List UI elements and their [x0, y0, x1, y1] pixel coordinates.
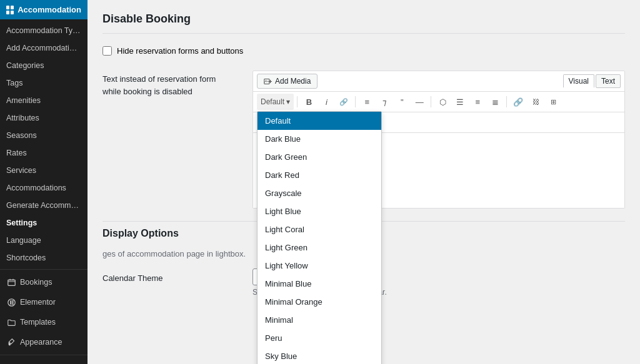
sidebar-item-accommodation-types[interactable]: Accommodation Types: [0, 22, 88, 39]
toolbar-row-1: Default ▾ Default Dark Blue Dark Green D…: [253, 92, 624, 112]
dropdown-item-minimal-orange[interactable]: Minimal Orange: [258, 293, 381, 311]
sidebar-item-attributes[interactable]: Attributes: [0, 109, 88, 127]
sidebar-item-elementor-label: Elementor: [20, 298, 56, 307]
svg-rect-7: [11, 302, 13, 303]
svg-rect-6: [11, 300, 13, 302]
theme-dropdown-menu: Default Dark Blue Dark Green Dark Red Gr…: [257, 111, 382, 364]
lightbox-hint-text: ges of accommodation page in lightbox.: [102, 249, 246, 258]
tab-text[interactable]: Text: [596, 74, 621, 88]
toolbar-sep-3: [431, 96, 431, 107]
paint-icon: [6, 337, 16, 347]
toolbar-unchain[interactable]: ⛓: [528, 94, 544, 110]
sidebar-item-tags[interactable]: Tags: [0, 74, 88, 92]
sidebar-item-templates-label: Templates: [20, 318, 56, 327]
sidebar-item-accommodations[interactable]: Accommodations: [0, 179, 88, 197]
toolbar-align-justify[interactable]: ≣: [487, 94, 503, 110]
calendar-theme-label: Calendar Theme: [102, 268, 240, 285]
dropdown-item-dark-red[interactable]: Dark Red: [258, 166, 381, 184]
sidebar-item-appearance[interactable]: Appearance: [0, 332, 88, 352]
sidebar-item-seasons[interactable]: Seasons: [0, 127, 88, 144]
svg-rect-5: [10, 300, 11, 305]
lightbox-hint: ges of accommodation page in lightbox.: [102, 249, 246, 258]
sidebar-item-language[interactable]: Language: [0, 232, 88, 249]
dropdown-item-dark-blue[interactable]: Dark Blue: [258, 130, 381, 148]
dropdown-item-sky-blue[interactable]: Sky Blue: [258, 347, 381, 364]
calendar-icon: [6, 277, 16, 287]
main-content: Disable Booking Hide reservation forms a…: [88, 0, 640, 364]
toolbar-italic[interactable]: i: [318, 94, 334, 110]
toolbar-sep-2: [355, 96, 356, 107]
sidebar-item-add-accommodation-type[interactable]: Add Accommodation Type: [0, 39, 88, 57]
svg-rect-0: [8, 280, 14, 285]
sidebar-item-settings[interactable]: Settings: [0, 214, 88, 232]
sidebar-item-shortcodes[interactable]: Shortcodes: [0, 249, 88, 267]
toolbar-blockquote[interactable]: ": [394, 94, 410, 110]
svg-rect-8: [11, 303, 13, 305]
sidebar-item-generate-accommodations[interactable]: Generate Accommodations: [0, 197, 88, 214]
sidebar-top-label: Accommodation: [18, 5, 81, 14]
sidebar-item-services[interactable]: Services: [0, 162, 88, 179]
hide-reservation-label: Hide reservation forms and buttons: [117, 46, 243, 56]
toolbar-ol[interactable]: ⁊: [376, 94, 392, 110]
sidebar-item-amenities[interactable]: Amenities: [0, 92, 88, 109]
dropdown-item-grayscale[interactable]: Grayscale: [258, 184, 381, 202]
tab-visual[interactable]: Visual: [563, 74, 594, 88]
dropdown-item-light-coral[interactable]: Light Coral: [258, 220, 381, 239]
toolbar-align-right[interactable]: ≡: [469, 94, 486, 110]
sidebar-item-bookings-label: Bookings: [20, 278, 52, 287]
editor-toolbar: Add Media Visual Text Default ▾: [252, 71, 625, 209]
toolbar-link[interactable]: 🔗: [336, 94, 352, 110]
sidebar-item-rates[interactable]: Rates: [0, 144, 88, 162]
sidebar-item-bookings[interactable]: Bookings: [0, 272, 88, 292]
dropdown-item-minimal[interactable]: Minimal: [258, 311, 381, 329]
sidebar-bottom-section: Bookings Elementor Templates Appearance: [0, 270, 88, 355]
dropdown-item-light-blue[interactable]: Light Blue: [258, 202, 381, 220]
theme-dropdown-container: Default ▾ Default Dark Blue Dark Green D…: [257, 94, 294, 110]
folder-icon: [6, 317, 16, 327]
toolbar-align-center[interactable]: ☰: [452, 94, 468, 110]
hide-reservation-checkbox-area: Hide reservation forms and buttons: [102, 44, 243, 58]
dropdown-item-default[interactable]: Default: [258, 112, 381, 130]
sidebar: Accommodation Accommodation Types Add Ac…: [0, 0, 88, 364]
toolbar-chain[interactable]: 🔗: [510, 94, 526, 110]
toolbar-bold[interactable]: B: [301, 94, 317, 110]
sidebar-item-categories[interactable]: Categories: [0, 57, 88, 74]
add-media-label: Add Media: [275, 77, 311, 86]
grid-icon: [6, 6, 14, 14]
editor-top-bar: Add Media Visual Text: [253, 71, 624, 92]
add-media-area: Add Media: [257, 74, 318, 89]
theme-dropdown-trigger[interactable]: Default ▾: [257, 94, 294, 110]
dropdown-item-light-green[interactable]: Light Green: [258, 239, 381, 257]
toolbar-sep-1: [297, 96, 298, 107]
toolbar-ul[interactable]: ≡: [359, 94, 375, 110]
sidebar-item-templates[interactable]: Templates: [0, 312, 88, 332]
text-instead-row: Text instead of reservation formwhile bo…: [102, 71, 625, 209]
disable-booking-title: Disable Booking: [102, 12, 625, 34]
add-media-button[interactable]: Add Media: [257, 74, 318, 89]
toolbar-sep-4: [506, 96, 507, 107]
sidebar-top-item-accommodation[interactable]: Accommodation: [0, 0, 88, 19]
elementor-icon: [6, 297, 16, 307]
hide-reservation-checkbox[interactable]: [102, 46, 112, 56]
hide-reservation-row: Hide reservation forms and buttons: [102, 44, 625, 58]
dropdown-item-peru[interactable]: Peru: [258, 329, 381, 347]
dropdown-item-light-yellow[interactable]: Light Yellow: [258, 257, 381, 275]
dropdown-item-minimal-blue[interactable]: Minimal Blue: [258, 275, 381, 293]
text-instead-label: Text instead of reservation formwhile bo…: [102, 71, 240, 97]
visual-text-tabs: Visual Text: [563, 74, 621, 88]
toolbar-align-left[interactable]: ⬡: [434, 94, 451, 110]
toolbar-fullscreen[interactable]: ⊞: [545, 94, 561, 110]
dropdown-item-dark-green[interactable]: Dark Green: [258, 148, 381, 166]
sidebar-item-elementor[interactable]: Elementor: [0, 292, 88, 312]
sidebar-main-section: Accommodation Types Add Accommodation Ty…: [0, 19, 88, 270]
toolbar-hr[interactable]: —: [411, 94, 428, 110]
media-icon: [264, 77, 272, 86]
sidebar-item-appearance-label: Appearance: [20, 338, 62, 347]
editor-area: Add Media Visual Text Default ▾: [252, 71, 625, 209]
